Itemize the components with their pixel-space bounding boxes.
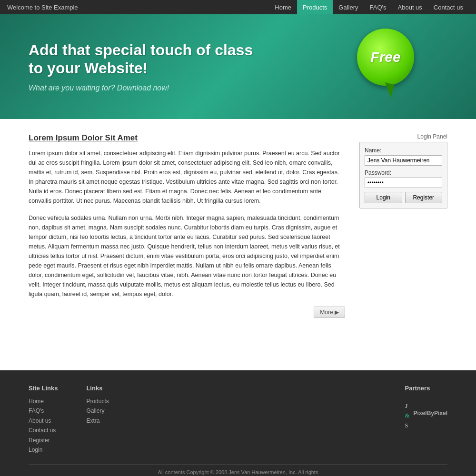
navbar: Welcome to Site Example Home Products Ga… <box>0 0 476 14</box>
free-badge-circle: Free <box>357 29 414 86</box>
article: Lorem Ipsum Dolor Sit Amet Lorem ipsum d… <box>29 133 345 318</box>
login-panel-buttons: Login Register <box>365 192 442 203</box>
footer: Site Links Home FAQ's About us Contact u… <box>0 370 476 476</box>
site-title: Welcome to Site Example <box>7 4 78 11</box>
copyright-text: All contents Copyright © 2008 Jens Van H… <box>158 469 318 475</box>
footer-link-products[interactable]: Products <box>86 397 109 406</box>
password-input[interactable] <box>365 178 442 188</box>
article-paragraph1: Lorem ipsum dolor sit amet, consectetuer… <box>29 149 345 206</box>
nav-about[interactable]: About us <box>392 0 428 14</box>
pixel-by-pixel-text: PixelByPixel <box>414 408 447 418</box>
nav-gallery[interactable]: Gallery <box>333 0 364 14</box>
article-paragraph2: Donec vehicula sodales urna. Nullam non … <box>29 213 345 299</box>
login-button[interactable]: Login <box>365 192 402 203</box>
more-button[interactable]: More ▶ <box>314 307 345 318</box>
register-button[interactable]: Register <box>405 192 443 203</box>
footer-link-login[interactable]: Login <box>29 445 58 455</box>
hero-text: Add that special touch of class to your … <box>29 41 257 93</box>
free-badge-text: Free <box>370 49 400 65</box>
name-label: Name: <box>365 147 442 154</box>
password-label: Password: <box>365 169 442 176</box>
jns-logo: J&S <box>405 401 410 430</box>
article-heading: Lorem Ipsum Dolor Sit Amet <box>29 133 345 143</box>
footer-site-links: Site Links Home FAQ's About us Contact u… <box>29 385 58 455</box>
nav-contact[interactable]: Contact us <box>428 0 469 14</box>
footer-bottom: All contents Copyright © 2008 Jens Van H… <box>29 464 447 475</box>
nav-links: Home Products Gallery FAQ's About us Con… <box>269 0 469 14</box>
main-content: Lorem Ipsum Dolor Sit Amet Lorem ipsum d… <box>0 119 476 332</box>
login-panel: Name: Password: Login Register <box>359 142 447 208</box>
footer-link-about[interactable]: About us <box>29 416 58 426</box>
footer-link-gallery[interactable]: Gallery <box>86 406 109 416</box>
nav-faqs[interactable]: FAQ's <box>364 0 392 14</box>
footer-link-faqs[interactable]: FAQ's <box>29 406 58 416</box>
footer-partners: Partners J&S PixelByPixel <box>405 385 447 455</box>
name-input[interactable] <box>365 155 442 166</box>
links-heading: Links <box>86 385 109 392</box>
footer-link-register[interactable]: Register <box>29 436 58 445</box>
nav-home[interactable]: Home <box>269 0 297 14</box>
footer-link-extra[interactable]: Extra <box>86 416 109 426</box>
more-btn-wrap: More ▶ <box>29 307 345 318</box>
hero-section: Add that special touch of class to your … <box>0 14 476 119</box>
sidebar: Login Panel Name: Password: Login Regist… <box>359 133 447 318</box>
nav-products[interactable]: Products <box>297 0 333 14</box>
login-panel-label: Login Panel <box>359 133 447 140</box>
site-links-heading: Site Links <box>29 385 58 392</box>
spacer <box>0 332 476 370</box>
partners-heading: Partners <box>405 385 447 392</box>
footer-link-home[interactable]: Home <box>29 397 58 406</box>
footer-link-contact[interactable]: Contact us <box>29 426 58 435</box>
free-badge: Free <box>357 29 419 90</box>
footer-links: Links Products Gallery Extra <box>86 385 109 455</box>
hero-heading: Add that special touch of class to your … <box>29 41 257 78</box>
hero-subtext: What are you waiting for? Download now! <box>29 84 257 92</box>
footer-top: Site Links Home FAQ's About us Contact u… <box>29 385 447 455</box>
